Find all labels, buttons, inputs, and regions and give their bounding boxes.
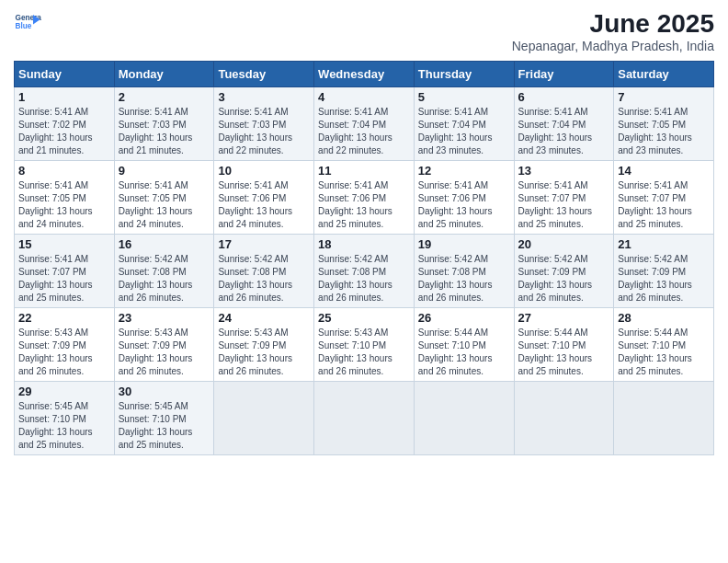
day-number: 21 xyxy=(618,237,710,251)
day-number: 18 xyxy=(318,237,410,251)
location-title: Nepanagar, Madhya Pradesh, India xyxy=(512,39,714,53)
calendar-cell: 27Sunrise: 5:44 AM Sunset: 7:10 PM Dayli… xyxy=(514,308,614,382)
col-tuesday: Tuesday xyxy=(214,62,314,87)
day-number: 15 xyxy=(18,237,110,251)
col-saturday: Saturday xyxy=(614,62,714,87)
day-info: Sunrise: 5:42 AM Sunset: 7:09 PM Dayligh… xyxy=(618,253,710,304)
day-info: Sunrise: 5:41 AM Sunset: 7:05 PM Dayligh… xyxy=(18,179,110,231)
calendar-cell: 3Sunrise: 5:41 AM Sunset: 7:03 PM Daylig… xyxy=(214,87,314,161)
calendar-cell: 13Sunrise: 5:41 AM Sunset: 7:07 PM Dayli… xyxy=(514,161,614,235)
calendar-cell: 9Sunrise: 5:41 AM Sunset: 7:05 PM Daylig… xyxy=(114,161,214,235)
day-number: 6 xyxy=(518,90,610,104)
day-number: 27 xyxy=(518,311,610,325)
calendar-cell: 22Sunrise: 5:43 AM Sunset: 7:09 PM Dayli… xyxy=(15,308,115,382)
calendar-cell: 11Sunrise: 5:41 AM Sunset: 7:06 PM Dayli… xyxy=(314,161,415,235)
day-info: Sunrise: 5:42 AM Sunset: 7:08 PM Dayligh… xyxy=(318,253,410,304)
calendar-cell: 16Sunrise: 5:42 AM Sunset: 7:08 PM Dayli… xyxy=(114,235,214,308)
day-number: 19 xyxy=(418,237,510,251)
svg-text:Blue: Blue xyxy=(16,22,32,30)
calendar-cell: 29Sunrise: 5:45 AM Sunset: 7:10 PM Dayli… xyxy=(15,382,115,455)
day-number: 4 xyxy=(318,90,410,104)
day-number: 8 xyxy=(18,164,110,178)
day-number: 30 xyxy=(119,385,210,398)
calendar-cell: 7Sunrise: 5:41 AM Sunset: 7:05 PM Daylig… xyxy=(614,87,714,161)
day-info: Sunrise: 5:41 AM Sunset: 7:07 PM Dayligh… xyxy=(18,253,110,304)
day-info: Sunrise: 5:43 AM Sunset: 7:09 PM Dayligh… xyxy=(18,327,110,378)
calendar-cell: 18Sunrise: 5:42 AM Sunset: 7:08 PM Dayli… xyxy=(314,235,415,308)
day-info: Sunrise: 5:42 AM Sunset: 7:08 PM Dayligh… xyxy=(418,253,510,304)
day-info: Sunrise: 5:45 AM Sunset: 7:10 PM Dayligh… xyxy=(119,400,210,452)
day-number: 3 xyxy=(218,90,310,104)
calendar-cell xyxy=(514,382,614,455)
calendar-cell: 30Sunrise: 5:45 AM Sunset: 7:10 PM Dayli… xyxy=(114,382,214,455)
calendar-row: 1Sunrise: 5:41 AM Sunset: 7:02 PM Daylig… xyxy=(15,87,714,161)
calendar-cell: 15Sunrise: 5:41 AM Sunset: 7:07 PM Dayli… xyxy=(15,235,115,308)
day-number: 16 xyxy=(119,237,210,251)
calendar-body: 1Sunrise: 5:41 AM Sunset: 7:02 PM Daylig… xyxy=(15,87,714,455)
day-info: Sunrise: 5:45 AM Sunset: 7:10 PM Dayligh… xyxy=(18,400,110,452)
calendar-cell: 20Sunrise: 5:42 AM Sunset: 7:09 PM Dayli… xyxy=(514,235,614,308)
day-number: 7 xyxy=(618,90,710,104)
calendar-cell: 12Sunrise: 5:41 AM Sunset: 7:06 PM Dayli… xyxy=(414,161,514,235)
calendar-cell: 5Sunrise: 5:41 AM Sunset: 7:04 PM Daylig… xyxy=(414,87,514,161)
col-sunday: Sunday xyxy=(15,62,115,87)
day-number: 11 xyxy=(318,164,410,178)
day-info: Sunrise: 5:41 AM Sunset: 7:03 PM Dayligh… xyxy=(119,106,210,157)
day-number: 22 xyxy=(18,311,110,325)
calendar-cell: 23Sunrise: 5:43 AM Sunset: 7:09 PM Dayli… xyxy=(114,308,214,382)
day-info: Sunrise: 5:41 AM Sunset: 7:07 PM Dayligh… xyxy=(518,179,610,231)
day-info: Sunrise: 5:41 AM Sunset: 7:04 PM Dayligh… xyxy=(518,106,610,157)
calendar-cell: 1Sunrise: 5:41 AM Sunset: 7:02 PM Daylig… xyxy=(15,87,115,161)
day-number: 1 xyxy=(18,90,110,104)
calendar-cell xyxy=(614,382,714,455)
day-number: 23 xyxy=(119,311,210,325)
day-info: Sunrise: 5:42 AM Sunset: 7:09 PM Dayligh… xyxy=(518,253,610,304)
calendar-row: 29Sunrise: 5:45 AM Sunset: 7:10 PM Dayli… xyxy=(15,382,714,455)
calendar-cell: 28Sunrise: 5:44 AM Sunset: 7:10 PM Dayli… xyxy=(614,308,714,382)
calendar-cell: 8Sunrise: 5:41 AM Sunset: 7:05 PM Daylig… xyxy=(15,161,115,235)
day-info: Sunrise: 5:43 AM Sunset: 7:10 PM Dayligh… xyxy=(318,327,410,378)
calendar-cell: 19Sunrise: 5:42 AM Sunset: 7:08 PM Dayli… xyxy=(414,235,514,308)
calendar-row: 8Sunrise: 5:41 AM Sunset: 7:05 PM Daylig… xyxy=(15,161,714,235)
page-header: General Blue June 2025 Nepanagar, Madhya… xyxy=(14,9,714,53)
calendar-cell: 2Sunrise: 5:41 AM Sunset: 7:03 PM Daylig… xyxy=(114,87,214,161)
calendar-cell: 10Sunrise: 5:41 AM Sunset: 7:06 PM Dayli… xyxy=(214,161,314,235)
calendar-cell: 14Sunrise: 5:41 AM Sunset: 7:07 PM Dayli… xyxy=(614,161,714,235)
day-info: Sunrise: 5:41 AM Sunset: 7:05 PM Dayligh… xyxy=(618,106,710,157)
calendar-table: Sunday Monday Tuesday Wednesday Thursday… xyxy=(14,61,714,455)
col-thursday: Thursday xyxy=(414,62,514,87)
day-number: 26 xyxy=(418,311,510,325)
col-friday: Friday xyxy=(514,62,614,87)
day-number: 29 xyxy=(18,385,110,398)
logo: General Blue xyxy=(14,9,41,37)
day-number: 13 xyxy=(518,164,610,178)
day-number: 2 xyxy=(119,90,210,104)
calendar-cell: 25Sunrise: 5:43 AM Sunset: 7:10 PM Dayli… xyxy=(314,308,415,382)
calendar-cell: 17Sunrise: 5:42 AM Sunset: 7:08 PM Dayli… xyxy=(214,235,314,308)
day-info: Sunrise: 5:41 AM Sunset: 7:06 PM Dayligh… xyxy=(218,179,310,231)
calendar-cell: 26Sunrise: 5:44 AM Sunset: 7:10 PM Dayli… xyxy=(414,308,514,382)
day-number: 25 xyxy=(318,311,410,325)
day-number: 28 xyxy=(618,311,710,325)
day-number: 20 xyxy=(518,237,610,251)
day-info: Sunrise: 5:44 AM Sunset: 7:10 PM Dayligh… xyxy=(418,327,510,378)
day-info: Sunrise: 5:41 AM Sunset: 7:03 PM Dayligh… xyxy=(218,106,310,157)
day-number: 17 xyxy=(218,237,310,251)
calendar-row: 15Sunrise: 5:41 AM Sunset: 7:07 PM Dayli… xyxy=(15,235,714,308)
day-info: Sunrise: 5:41 AM Sunset: 7:04 PM Dayligh… xyxy=(318,106,410,157)
day-info: Sunrise: 5:43 AM Sunset: 7:09 PM Dayligh… xyxy=(218,327,310,378)
day-info: Sunrise: 5:44 AM Sunset: 7:10 PM Dayligh… xyxy=(518,327,610,378)
calendar-cell: 6Sunrise: 5:41 AM Sunset: 7:04 PM Daylig… xyxy=(514,87,614,161)
day-number: 14 xyxy=(618,164,710,178)
col-wednesday: Wednesday xyxy=(314,62,415,87)
day-info: Sunrise: 5:41 AM Sunset: 7:02 PM Dayligh… xyxy=(18,106,110,157)
day-number: 12 xyxy=(418,164,510,178)
day-info: Sunrise: 5:44 AM Sunset: 7:10 PM Dayligh… xyxy=(618,327,710,378)
day-number: 24 xyxy=(218,311,310,325)
calendar-cell: 21Sunrise: 5:42 AM Sunset: 7:09 PM Dayli… xyxy=(614,235,714,308)
day-info: Sunrise: 5:41 AM Sunset: 7:06 PM Dayligh… xyxy=(418,179,510,231)
title-area: June 2025 Nepanagar, Madhya Pradesh, Ind… xyxy=(512,9,714,53)
day-info: Sunrise: 5:41 AM Sunset: 7:06 PM Dayligh… xyxy=(318,179,410,231)
day-number: 5 xyxy=(418,90,510,104)
day-info: Sunrise: 5:41 AM Sunset: 7:04 PM Dayligh… xyxy=(418,106,510,157)
